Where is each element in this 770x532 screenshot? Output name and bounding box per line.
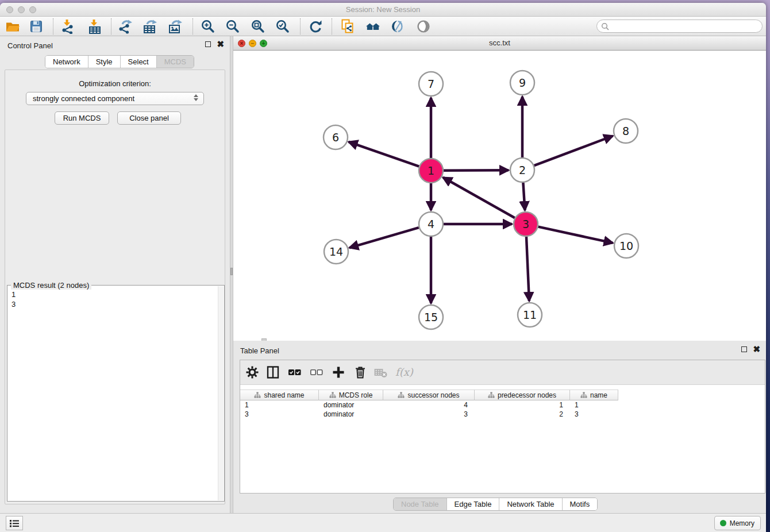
search-icon bbox=[601, 22, 610, 31]
table-row[interactable]: 1dominator411 bbox=[240, 400, 618, 410]
column-header-mcds-role[interactable]: MCDS role bbox=[319, 390, 383, 400]
result-scrollbar[interactable] bbox=[218, 286, 224, 500]
tab-motifs[interactable]: Motifs bbox=[563, 498, 598, 510]
close-window-button[interactable] bbox=[6, 6, 13, 13]
delete-column-icon[interactable] bbox=[353, 365, 368, 380]
export-image-icon[interactable] bbox=[168, 19, 183, 34]
table-cell-successor-nodes[interactable]: 3 bbox=[383, 410, 475, 419]
task-history-button[interactable] bbox=[6, 516, 23, 530]
import-network-icon[interactable] bbox=[60, 19, 75, 34]
homes-icon[interactable] bbox=[365, 19, 380, 34]
graph-node-10[interactable]: 10 bbox=[614, 234, 638, 258]
table-cell-name[interactable]: 3 bbox=[570, 410, 618, 419]
select-stepper-icon bbox=[194, 94, 198, 101]
graph-node-15[interactable]: 15 bbox=[419, 305, 443, 329]
minimize-window-button[interactable] bbox=[18, 6, 25, 13]
open-session-icon[interactable] bbox=[5, 19, 20, 34]
deselect-all-icon[interactable] bbox=[309, 365, 324, 380]
splitter-handle[interactable] bbox=[230, 268, 233, 275]
column-label: successor nodes bbox=[407, 391, 459, 399]
graph-node-6[interactable]: 6 bbox=[324, 125, 348, 149]
graph-node-4[interactable]: 4 bbox=[419, 212, 443, 236]
add-column-icon[interactable] bbox=[331, 365, 346, 380]
graph-edge-3-1[interactable] bbox=[443, 178, 515, 218]
zoom-out-icon[interactable] bbox=[225, 19, 240, 34]
close-panel-icon[interactable]: ✖ bbox=[217, 41, 224, 47]
graph-node-7[interactable]: 7 bbox=[419, 72, 443, 96]
graph-edge-3-11[interactable] bbox=[526, 237, 529, 301]
table-cell-shared-name[interactable]: 3 bbox=[240, 410, 319, 419]
tab-select[interactable]: Select bbox=[121, 56, 157, 68]
graph-edge-1-6[interactable] bbox=[349, 142, 419, 167]
export-network-icon[interactable] bbox=[118, 19, 133, 34]
column-header-name[interactable]: name bbox=[570, 390, 618, 400]
memory-label: Memory bbox=[730, 519, 754, 527]
network-frame-titlebar: × − + scc.txt bbox=[233, 36, 766, 51]
graph-edge-2-8[interactable] bbox=[534, 136, 613, 165]
table-panel: Table Panel ✖ f(x) shared nameMCDS rol bbox=[233, 341, 766, 513]
graph-edge-3-10[interactable] bbox=[538, 227, 613, 243]
table-panel-buttons: ✖ bbox=[741, 346, 760, 352]
import-table-icon[interactable] bbox=[87, 19, 102, 34]
memory-button[interactable]: Memory bbox=[714, 516, 761, 530]
float-panel-icon[interactable] bbox=[205, 41, 211, 47]
network-canvas[interactable]: 7968124314101511 bbox=[233, 51, 766, 341]
refresh-layout-icon[interactable] bbox=[308, 19, 323, 34]
table-cell-shared-name[interactable]: 1 bbox=[240, 400, 319, 410]
save-session-icon[interactable] bbox=[29, 19, 44, 34]
table-cell-mcds-role[interactable]: dominator bbox=[319, 410, 383, 419]
frame-minimize-button[interactable]: − bbox=[249, 40, 256, 47]
table-cell-predecessor-nodes[interactable]: 2 bbox=[475, 410, 570, 419]
export-table-icon[interactable] bbox=[143, 19, 157, 34]
zoom-selected-icon[interactable] bbox=[275, 19, 290, 34]
table-cell-name[interactable]: 1 bbox=[570, 400, 618, 410]
tab-edge-table[interactable]: Edge Table bbox=[447, 498, 500, 510]
mcds-result-text[interactable]: 1 3 bbox=[11, 290, 16, 309]
select-all-icon[interactable] bbox=[287, 365, 302, 380]
graph-node-8[interactable]: 8 bbox=[614, 119, 638, 143]
graph-node-3[interactable]: 3 bbox=[514, 212, 538, 236]
graph-edge-1-2[interactable] bbox=[444, 170, 509, 171]
float-panel-icon[interactable] bbox=[741, 346, 747, 352]
tab-style[interactable]: Style bbox=[88, 56, 121, 68]
settings-gear-icon[interactable] bbox=[245, 365, 260, 380]
toolbar-separator bbox=[300, 18, 301, 34]
search-input[interactable] bbox=[611, 21, 758, 32]
close-panel-button[interactable]: Close panel bbox=[117, 111, 181, 125]
frame-close-button[interactable]: × bbox=[238, 40, 245, 47]
run-mcds-button[interactable]: Run MCDS bbox=[55, 111, 109, 125]
search-box bbox=[596, 20, 763, 33]
tab-network-table[interactable]: Network Table bbox=[499, 498, 562, 510]
brush-circle-icon[interactable] bbox=[390, 19, 405, 34]
eye-icon[interactable] bbox=[416, 19, 431, 34]
tab-node-table[interactable]: Node Table bbox=[394, 498, 447, 510]
column-header-successor-nodes[interactable]: successor nodes bbox=[383, 390, 475, 400]
graph-node-11[interactable]: 11 bbox=[518, 303, 542, 327]
clone-network-icon[interactable] bbox=[340, 19, 355, 34]
graph-node-1[interactable]: 1 bbox=[419, 159, 443, 183]
zoom-window-button[interactable] bbox=[29, 6, 36, 13]
table-cell-mcds-role[interactable]: dominator bbox=[319, 400, 383, 410]
main-toolbar bbox=[0, 17, 766, 36]
close-panel-icon[interactable]: ✖ bbox=[753, 346, 760, 352]
graph-edge-2-3[interactable] bbox=[523, 183, 525, 210]
control-panel: Control Panel ✖ NetworkStyleSelectMCDS O… bbox=[0, 36, 230, 513]
zoom-in-icon[interactable] bbox=[201, 19, 215, 34]
split-columns-icon[interactable] bbox=[265, 365, 280, 380]
column-header-shared-name[interactable]: shared name bbox=[240, 390, 319, 400]
control-panel-buttons: ✖ bbox=[205, 41, 224, 47]
zoom-fit-icon[interactable] bbox=[251, 19, 265, 34]
tab-network[interactable]: Network bbox=[45, 56, 88, 68]
graph-node-9[interactable]: 9 bbox=[510, 71, 534, 95]
network-graph: 7968124314101511 bbox=[233, 51, 766, 341]
table-cell-predecessor-nodes[interactable]: 1 bbox=[475, 400, 570, 410]
frame-maximize-button[interactable]: + bbox=[260, 40, 267, 47]
tab-mcds[interactable]: MCDS bbox=[157, 56, 194, 68]
graph-node-2[interactable]: 2 bbox=[510, 158, 534, 182]
column-header-predecessor-nodes[interactable]: predecessor nodes bbox=[475, 390, 570, 400]
graph-node-14[interactable]: 14 bbox=[324, 240, 348, 264]
table-cell-successor-nodes[interactable]: 4 bbox=[383, 400, 475, 410]
criterion-select[interactable]: strongly connected component bbox=[26, 92, 204, 105]
table-row[interactable]: 3dominator323 bbox=[240, 410, 618, 419]
graph-edge-4-14[interactable] bbox=[349, 228, 419, 248]
